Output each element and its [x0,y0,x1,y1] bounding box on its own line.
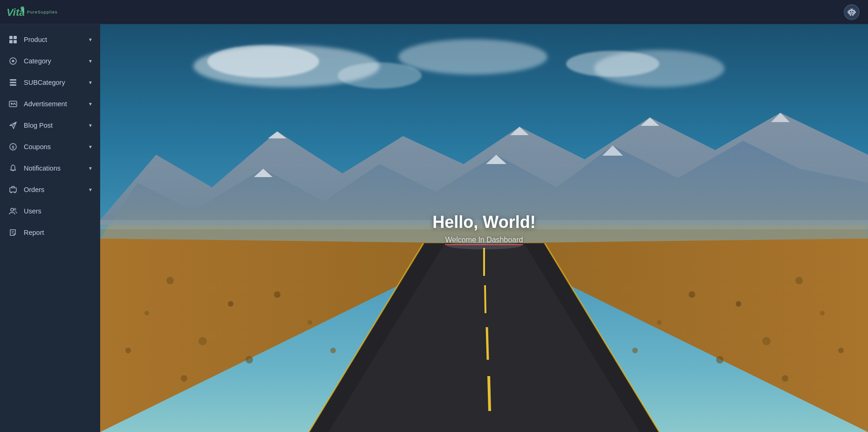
svg-point-38 [566,51,659,77]
svg-point-60 [308,320,312,325]
sidebar-item-label: Coupons [24,143,51,151]
orders-icon [8,185,18,194]
sidebar-item-notifications[interactable]: Notifications ▾ [0,158,100,179]
svg-point-62 [330,348,336,353]
svg-point-67 [689,291,695,298]
sidebar-item-label: Blog Post [24,122,53,129]
svg-point-70 [657,320,662,325]
svg-rect-13 [9,40,13,43]
chevron-down-icon: ▾ [89,186,92,193]
svg-rect-10 [852,14,854,16]
send-icon [8,121,18,130]
chevron-down-icon: ▾ [89,144,92,150]
bell-icon [8,164,18,173]
svg-rect-26 [10,188,16,192]
svg-rect-18 [10,82,16,83]
sidebar-item-label: Users [24,207,41,215]
hero-section: Hello, World! Welcome In Dashboard [100,24,868,432]
svg-rect-17 [10,79,16,81]
grid-icon [8,35,18,44]
svg-point-58 [198,337,207,345]
svg-rect-19 [10,84,16,86]
sidebar-item-product[interactable]: Product ▾ [0,29,100,50]
svg-point-64 [795,277,803,284]
sidebar-item-label: Category [24,57,51,65]
svg-point-28 [14,192,16,193]
svg-rect-3 [852,11,854,12]
svg-line-77 [485,285,485,313]
user-avatar[interactable] [844,4,860,20]
topbar: Vita PureSupplies [0,0,868,24]
sidebar-item-label: Report [24,229,44,236]
svg-rect-2 [850,11,851,12]
sidebar-item-report[interactable]: Report [0,222,100,243]
sidebar-item-label: Orders [24,186,44,193]
advertisement-icon [8,99,18,109]
svg-line-79 [489,376,490,411]
hero-subtitle: Welcome In Dashboard [432,236,535,244]
svg-point-59 [125,348,131,353]
svg-rect-12 [14,36,17,39]
sidebar-item-orders[interactable]: Orders ▾ [0,179,100,200]
hero-text: Hello, World! Welcome In Dashboard [432,213,535,244]
sidebar-item-label: Notifications [24,165,61,172]
subcategory-icon [8,78,18,87]
svg-point-63 [181,375,187,382]
svg-rect-9 [850,14,851,16]
chevron-down-icon: ▾ [89,58,92,64]
svg-point-66 [820,311,825,315]
svg-point-29 [11,208,14,211]
svg-point-35 [207,45,319,78]
svg-text:$: $ [12,145,14,150]
category-icon [8,56,18,66]
svg-point-16 [12,60,14,62]
chevron-down-icon: ▾ [89,36,92,43]
svg-point-27 [11,192,12,193]
report-icon [8,228,18,237]
svg-point-6 [852,8,853,9]
svg-point-73 [782,375,788,382]
chevron-down-icon: ▾ [89,165,92,171]
main-content: Hello, World! Welcome In Dashboard [100,24,868,432]
svg-line-78 [487,327,488,360]
sidebar-item-advertisement[interactable]: Advertisement ▾ [0,93,100,115]
hero-title: Hello, World! [432,213,535,232]
sidebar-item-coupons[interactable]: $ Coupons ▾ [0,136,100,158]
svg-point-25 [13,165,14,166]
chevron-down-icon: ▾ [89,101,92,107]
svg-point-5 [850,8,851,9]
topbar-right [844,4,860,20]
svg-point-54 [166,277,174,284]
svg-point-55 [228,301,233,307]
sidebar-item-blog-post[interactable]: Blog Post ▾ [0,115,100,136]
users-icon [8,206,18,216]
svg-point-36 [398,39,547,75]
coupon-icon: $ [8,142,18,151]
sidebar-item-label: Product [24,36,47,43]
chevron-down-icon: ▾ [89,79,92,86]
sidebar-item-users[interactable]: Users [0,200,100,222]
svg-point-65 [736,301,741,307]
svg-rect-8 [855,11,856,13]
sidebar-item-subcategory[interactable]: SUBCategory ▾ [0,72,100,93]
svg-point-61 [246,356,253,363]
sidebar-item-label: Advertisement [24,100,67,108]
logo-icon: Vita [7,5,24,20]
svg-point-21 [11,103,12,104]
chevron-down-icon: ▾ [89,122,92,129]
svg-rect-14 [14,40,17,43]
svg-point-69 [838,348,844,353]
svg-point-71 [716,356,724,363]
svg-point-30 [14,208,16,210]
svg-point-56 [144,311,149,315]
logo-subtitle: PureSupplies [27,10,58,15]
sidebar-item-category[interactable]: Category ▾ [0,50,100,72]
svg-rect-7 [847,11,848,13]
logo[interactable]: Vita PureSupplies [7,5,58,20]
svg-rect-11 [9,36,13,39]
svg-point-68 [762,337,771,345]
svg-point-72 [632,348,638,353]
svg-point-39 [338,62,422,89]
svg-point-57 [274,291,280,298]
sidebar-item-label: SUBCategory [24,79,65,86]
